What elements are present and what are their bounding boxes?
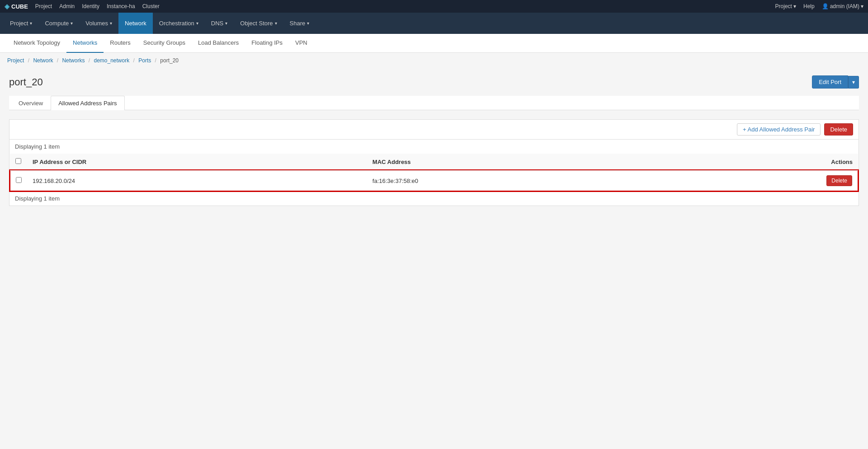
top-bar: ◈ CUBE Project Admin Identity Instance-h… [0,0,868,13]
tabs: Overview Allowed Address Pairs [9,96,859,110]
page-title: port_20 [9,76,43,88]
table-body: 192.168.20.0/24fa:16:3e:37:58:e0Delete [10,170,858,191]
breadcrumb-current: port_20 [160,57,179,64]
user-label: admin (IAM) [830,3,859,9]
nav-compute-arrow: ▾ [71,21,73,26]
project-dropdown-label: Project [775,3,792,9]
subnav-vpn[interactable]: VPN [289,34,314,53]
breadcrumb-network[interactable]: Network [33,57,53,64]
subnav-networks[interactable]: Networks [66,34,104,53]
add-allowed-address-pair-button[interactable]: + Add Allowed Address Pair [737,123,821,136]
breadcrumb: Project / Network / Networks / demo_netw… [0,53,868,68]
nav-orchestration-arrow: ▾ [196,21,198,26]
breadcrumb-project[interactable]: Project [7,57,24,64]
logo-text: CUBE [11,3,28,10]
tab-overview[interactable]: Overview [11,96,51,110]
top-bar-right: Project ▾ Help 👤 admin (IAM) ▾ [775,3,863,9]
nav-network[interactable]: Network [118,13,153,34]
row-checkbox[interactable] [16,177,22,183]
main-nav: Project ▾ Compute ▾ Volumes ▾ Network Or… [0,13,868,34]
nav-project[interactable]: Project ▾ [4,13,38,34]
project-dropdown[interactable]: Project ▾ [775,3,796,9]
user-dropdown[interactable]: 👤 admin (IAM) ▾ [822,3,863,9]
nav-object-store-label: Object Store [240,20,273,27]
displaying-text-bottom: Displaying 1 item [9,192,859,206]
nav-volumes-arrow: ▾ [110,21,112,26]
cube-icon: ◈ [5,3,9,10]
nav-volumes-label: Volumes [85,20,108,27]
table-area: + Add Allowed Address Pair Delete Displa… [9,119,859,206]
sub-nav: Network Topology Networks Routers Securi… [0,34,868,53]
table-toolbar: + Add Allowed Address Pair Delete [9,120,859,140]
nav-dns-arrow: ▾ [225,21,227,26]
nav-share-arrow: ▾ [307,21,309,26]
page-header: port_20 Edit Port ▾ [9,75,859,89]
breadcrumb-ports[interactable]: Ports [138,57,151,64]
breadcrumb-networks[interactable]: Networks [62,57,85,64]
user-icon: 👤 [822,3,829,9]
user-dropdown-arrow: ▾ [861,3,863,9]
row-mac: fa:16:3e:37:58:e0 [367,170,664,191]
edit-port-dropdown-toggle[interactable]: ▾ [848,76,859,89]
nav-network-label: Network [125,20,146,27]
subnav-load-balancers[interactable]: Load Balancers [192,34,245,53]
nav-compute[interactable]: Compute ▾ [38,13,79,34]
table-row: 192.168.20.0/24fa:16:3e:37:58:e0Delete [10,170,858,191]
subnav-routers[interactable]: Routers [104,34,137,53]
allowed-address-pairs-table: IP Address or CIDR MAC Address Actions 1… [9,154,859,192]
edit-port-btn-group: Edit Port ▾ [812,75,859,89]
row-checkbox-cell [10,170,27,191]
project-dropdown-arrow: ▾ [793,3,796,9]
help-link[interactable]: Help [803,3,815,9]
nav-orchestration[interactable]: Orchestration ▾ [153,13,205,34]
bulk-delete-button[interactable]: Delete [824,123,853,136]
ip-address-header: IP Address or CIDR [27,154,367,170]
table-header-row: IP Address or CIDR MAC Address Actions [10,154,858,170]
topbar-cluster-link[interactable]: Cluster [142,3,160,9]
row-ip: 192.168.20.0/24 [27,170,367,191]
select-all-header [10,154,27,170]
row-delete-button[interactable]: Delete [826,175,852,186]
topbar-project-link[interactable]: Project [35,3,52,9]
topbar-instanceha-link[interactable]: Instance-ha [107,3,135,9]
topbar-identity-link[interactable]: Identity [82,3,99,9]
row-actions: Delete [664,170,858,191]
top-bar-left: ◈ CUBE Project Admin Identity Instance-h… [5,3,160,10]
select-all-checkbox[interactable] [15,158,21,164]
nav-orchestration-label: Orchestration [159,20,194,27]
nav-dns[interactable]: DNS ▾ [205,13,234,34]
nav-volumes[interactable]: Volumes ▾ [79,13,118,34]
nav-share-label: Share [290,20,306,27]
actions-header: Actions [664,154,858,170]
tab-allowed-address-pairs[interactable]: Allowed Address Pairs [51,96,124,110]
subnav-security-groups[interactable]: Security Groups [137,34,192,53]
nav-project-label: Project [10,20,28,27]
nav-share[interactable]: Share ▾ [283,13,316,34]
subnav-network-topology[interactable]: Network Topology [7,34,66,53]
breadcrumb-demo-network[interactable]: demo_network [94,57,129,64]
mac-address-header: MAC Address [367,154,664,170]
page-content: port_20 Edit Port ▾ Overview Allowed Add… [0,68,868,448]
topbar-admin-link[interactable]: Admin [59,3,75,9]
nav-object-store[interactable]: Object Store ▾ [234,13,283,34]
nav-object-store-arrow: ▾ [275,21,277,26]
logo: ◈ CUBE [5,3,28,10]
displaying-text-top: Displaying 1 item [9,140,859,154]
nav-compute-label: Compute [45,20,69,27]
nav-project-arrow: ▾ [30,21,32,26]
subnav-floating-ips[interactable]: Floating IPs [245,34,289,53]
edit-port-button[interactable]: Edit Port [812,75,848,89]
nav-dns-label: DNS [211,20,223,27]
